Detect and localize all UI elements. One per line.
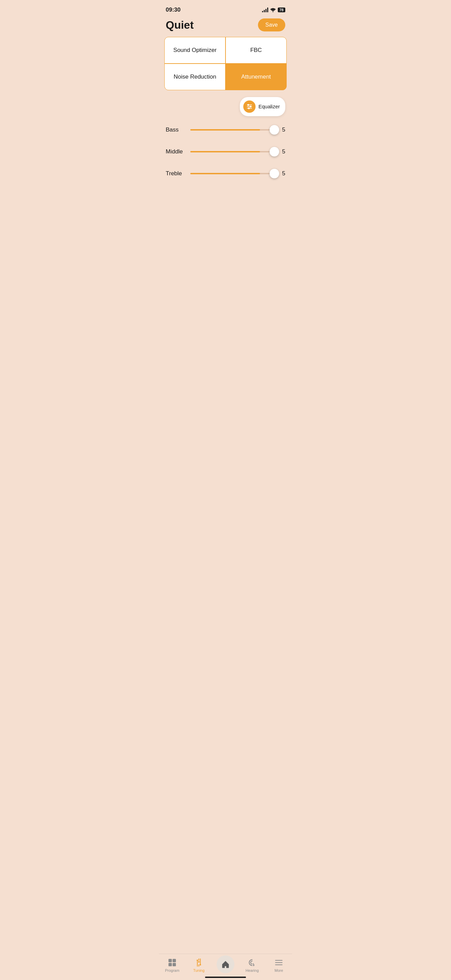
status-bar: 09:30 78 (159, 0, 292, 17)
battery-indicator: 78 (278, 8, 285, 12)
page-title: Quiet (166, 19, 194, 32)
bass-thumb[interactable] (270, 125, 279, 135)
middle-slider[interactable] (190, 146, 274, 157)
treble-value: 5 (278, 170, 285, 177)
noise-reduction-button[interactable]: Noise Reduction (165, 64, 225, 90)
svg-point-2 (248, 104, 249, 106)
middle-thumb[interactable] (270, 147, 279, 156)
equalizer-icon (243, 100, 256, 113)
equalizer-button[interactable]: Equalizer (240, 97, 285, 116)
middle-track (190, 151, 274, 153)
header: Quiet Save (159, 17, 292, 37)
svg-point-6 (248, 107, 250, 109)
middle-value: 5 (278, 148, 285, 155)
signal-icon (262, 8, 268, 12)
treble-fill (190, 173, 260, 174)
treble-slider[interactable] (190, 168, 274, 179)
svg-point-0 (272, 11, 273, 12)
save-button[interactable]: Save (258, 19, 285, 32)
bass-fill (190, 129, 260, 130)
sound-optimizer-button[interactable]: Sound Optimizer (165, 37, 225, 63)
treble-slider-row: Treble 5 (166, 168, 285, 179)
middle-fill (190, 151, 260, 153)
status-time: 09:30 (166, 6, 180, 13)
treble-label: Treble (166, 170, 186, 177)
treble-track (190, 173, 274, 174)
bass-slider[interactable] (190, 124, 274, 135)
equalizer-row: Equalizer (159, 94, 292, 122)
wifi-icon (270, 8, 276, 12)
status-icons: 78 (262, 8, 285, 12)
equalizer-label: Equalizer (258, 103, 280, 109)
svg-point-4 (250, 106, 251, 107)
bass-slider-row: Bass 5 (166, 124, 285, 135)
attunement-button[interactable]: Attunement (226, 64, 286, 90)
middle-slider-row: Middle 5 (166, 146, 285, 157)
sliders-section: Bass 5 Middle 5 Treble 5 (159, 122, 292, 193)
bass-track (190, 129, 274, 130)
feature-grid: Sound Optimizer FBC Noise Reduction Attu… (164, 37, 287, 90)
bass-value: 5 (278, 126, 285, 133)
middle-label: Middle (166, 148, 186, 155)
bass-label: Bass (166, 126, 186, 133)
fbc-button[interactable]: FBC (226, 37, 286, 63)
treble-thumb[interactable] (270, 169, 279, 178)
